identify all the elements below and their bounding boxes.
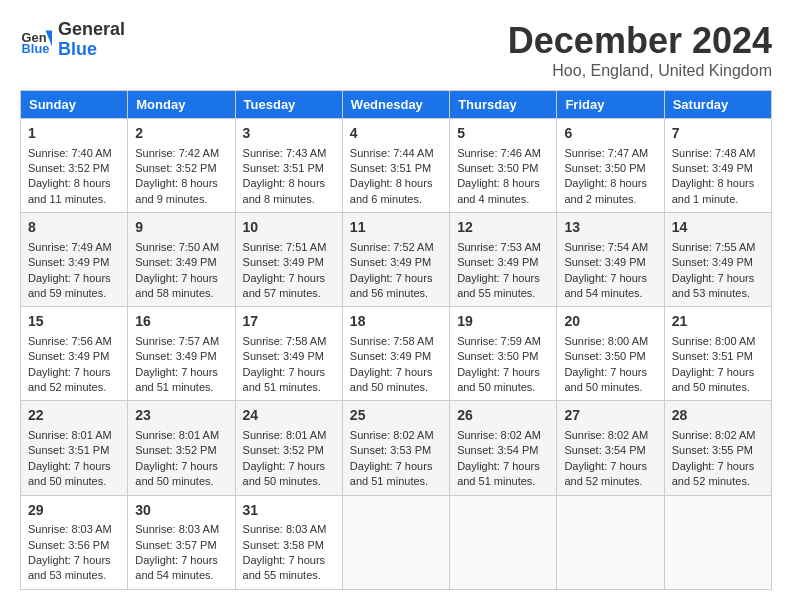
calendar-week-5: 29 Sunrise: 8:03 AM Sunset: 3:56 PM Dayl…	[21, 495, 772, 589]
sunrise: Sunrise: 8:01 AM	[243, 429, 327, 441]
sunset: Sunset: 3:49 PM	[28, 350, 109, 362]
calendar-cell: 21 Sunrise: 8:00 AM Sunset: 3:51 PM Dayl…	[664, 307, 771, 401]
calendar-cell: 25 Sunrise: 8:02 AM Sunset: 3:53 PM Dayl…	[342, 401, 449, 495]
daylight: Daylight: 8 hours and 4 minutes.	[457, 177, 540, 204]
sunset: Sunset: 3:50 PM	[457, 162, 538, 174]
calendar-cell: 18 Sunrise: 7:58 AM Sunset: 3:49 PM Dayl…	[342, 307, 449, 401]
calendar-cell	[342, 495, 449, 589]
sunset: Sunset: 3:52 PM	[28, 162, 109, 174]
sunrise: Sunrise: 8:02 AM	[672, 429, 756, 441]
location-subtitle: Hoo, England, United Kingdom	[508, 62, 772, 80]
sunset: Sunset: 3:49 PM	[28, 256, 109, 268]
calendar-week-3: 15 Sunrise: 7:56 AM Sunset: 3:49 PM Dayl…	[21, 307, 772, 401]
sunrise: Sunrise: 8:02 AM	[350, 429, 434, 441]
sunrise: Sunrise: 7:58 AM	[350, 335, 434, 347]
daylight: Daylight: 8 hours and 8 minutes.	[243, 177, 326, 204]
daylight: Daylight: 7 hours and 50 minutes.	[350, 366, 433, 393]
day-number: 16	[135, 312, 227, 332]
calendar-cell: 13 Sunrise: 7:54 AM Sunset: 3:49 PM Dayl…	[557, 213, 664, 307]
day-number: 22	[28, 406, 120, 426]
day-number: 28	[672, 406, 764, 426]
sunrise: Sunrise: 7:53 AM	[457, 241, 541, 253]
column-header-friday: Friday	[557, 91, 664, 119]
sunrise: Sunrise: 7:48 AM	[672, 147, 756, 159]
daylight: Daylight: 7 hours and 52 minutes.	[672, 460, 755, 487]
title-block: December 2024 Hoo, England, United Kingd…	[508, 20, 772, 80]
daylight: Daylight: 7 hours and 55 minutes.	[243, 554, 326, 581]
sunrise: Sunrise: 7:57 AM	[135, 335, 219, 347]
sunrise: Sunrise: 7:52 AM	[350, 241, 434, 253]
sunrise: Sunrise: 7:50 AM	[135, 241, 219, 253]
day-number: 15	[28, 312, 120, 332]
calendar-cell: 8 Sunrise: 7:49 AM Sunset: 3:49 PM Dayli…	[21, 213, 128, 307]
sunset: Sunset: 3:52 PM	[135, 162, 216, 174]
calendar-cell: 6 Sunrise: 7:47 AM Sunset: 3:50 PM Dayli…	[557, 119, 664, 213]
day-number: 13	[564, 218, 656, 238]
calendar-cell: 3 Sunrise: 7:43 AM Sunset: 3:51 PM Dayli…	[235, 119, 342, 213]
day-number: 14	[672, 218, 764, 238]
column-header-sunday: Sunday	[21, 91, 128, 119]
daylight: Daylight: 7 hours and 59 minutes.	[28, 272, 111, 299]
sunset: Sunset: 3:54 PM	[457, 444, 538, 456]
sunset: Sunset: 3:49 PM	[350, 350, 431, 362]
column-header-wednesday: Wednesday	[342, 91, 449, 119]
sunrise: Sunrise: 7:59 AM	[457, 335, 541, 347]
calendar-cell: 9 Sunrise: 7:50 AM Sunset: 3:49 PM Dayli…	[128, 213, 235, 307]
calendar-cell: 15 Sunrise: 7:56 AM Sunset: 3:49 PM Dayl…	[21, 307, 128, 401]
daylight: Daylight: 7 hours and 51 minutes.	[457, 460, 540, 487]
sunrise: Sunrise: 7:44 AM	[350, 147, 434, 159]
svg-text:Blue: Blue	[22, 41, 50, 56]
month-title: December 2024	[508, 20, 772, 62]
calendar-cell	[664, 495, 771, 589]
sunset: Sunset: 3:49 PM	[243, 350, 324, 362]
day-number: 9	[135, 218, 227, 238]
calendar-cell: 4 Sunrise: 7:44 AM Sunset: 3:51 PM Dayli…	[342, 119, 449, 213]
sunset: Sunset: 3:49 PM	[564, 256, 645, 268]
calendar-cell: 5 Sunrise: 7:46 AM Sunset: 3:50 PM Dayli…	[450, 119, 557, 213]
daylight: Daylight: 7 hours and 51 minutes.	[243, 366, 326, 393]
day-number: 1	[28, 124, 120, 144]
day-number: 2	[135, 124, 227, 144]
logo-blue: Blue	[58, 39, 97, 59]
sunset: Sunset: 3:49 PM	[350, 256, 431, 268]
sunset: Sunset: 3:49 PM	[457, 256, 538, 268]
sunrise: Sunrise: 8:03 AM	[135, 523, 219, 535]
daylight: Daylight: 7 hours and 50 minutes.	[564, 366, 647, 393]
calendar-week-1: 1 Sunrise: 7:40 AM Sunset: 3:52 PM Dayli…	[21, 119, 772, 213]
sunrise: Sunrise: 7:56 AM	[28, 335, 112, 347]
sunset: Sunset: 3:55 PM	[672, 444, 753, 456]
daylight: Daylight: 8 hours and 2 minutes.	[564, 177, 647, 204]
calendar-cell: 1 Sunrise: 7:40 AM Sunset: 3:52 PM Dayli…	[21, 119, 128, 213]
daylight: Daylight: 8 hours and 1 minute.	[672, 177, 755, 204]
calendar-cell: 7 Sunrise: 7:48 AM Sunset: 3:49 PM Dayli…	[664, 119, 771, 213]
daylight: Daylight: 8 hours and 6 minutes.	[350, 177, 433, 204]
daylight: Daylight: 7 hours and 54 minutes.	[564, 272, 647, 299]
sunrise: Sunrise: 7:40 AM	[28, 147, 112, 159]
sunrise: Sunrise: 8:00 AM	[564, 335, 648, 347]
calendar-cell: 24 Sunrise: 8:01 AM Sunset: 3:52 PM Dayl…	[235, 401, 342, 495]
daylight: Daylight: 7 hours and 51 minutes.	[350, 460, 433, 487]
calendar-cell: 2 Sunrise: 7:42 AM Sunset: 3:52 PM Dayli…	[128, 119, 235, 213]
sunrise: Sunrise: 7:49 AM	[28, 241, 112, 253]
daylight: Daylight: 8 hours and 9 minutes.	[135, 177, 218, 204]
daylight: Daylight: 7 hours and 54 minutes.	[135, 554, 218, 581]
sunrise: Sunrise: 7:54 AM	[564, 241, 648, 253]
sunrise: Sunrise: 8:03 AM	[28, 523, 112, 535]
daylight: Daylight: 7 hours and 51 minutes.	[135, 366, 218, 393]
logo-text: General Blue	[58, 20, 125, 60]
sunset: Sunset: 3:51 PM	[28, 444, 109, 456]
day-number: 8	[28, 218, 120, 238]
sunset: Sunset: 3:54 PM	[564, 444, 645, 456]
day-number: 18	[350, 312, 442, 332]
calendar-cell: 26 Sunrise: 8:02 AM Sunset: 3:54 PM Dayl…	[450, 401, 557, 495]
sunset: Sunset: 3:52 PM	[135, 444, 216, 456]
day-number: 27	[564, 406, 656, 426]
calendar-week-4: 22 Sunrise: 8:01 AM Sunset: 3:51 PM Dayl…	[21, 401, 772, 495]
day-number: 31	[243, 501, 335, 521]
calendar-cell: 16 Sunrise: 7:57 AM Sunset: 3:49 PM Dayl…	[128, 307, 235, 401]
calendar-cell: 29 Sunrise: 8:03 AM Sunset: 3:56 PM Dayl…	[21, 495, 128, 589]
day-number: 6	[564, 124, 656, 144]
day-number: 26	[457, 406, 549, 426]
column-header-tuesday: Tuesday	[235, 91, 342, 119]
calendar-cell	[450, 495, 557, 589]
